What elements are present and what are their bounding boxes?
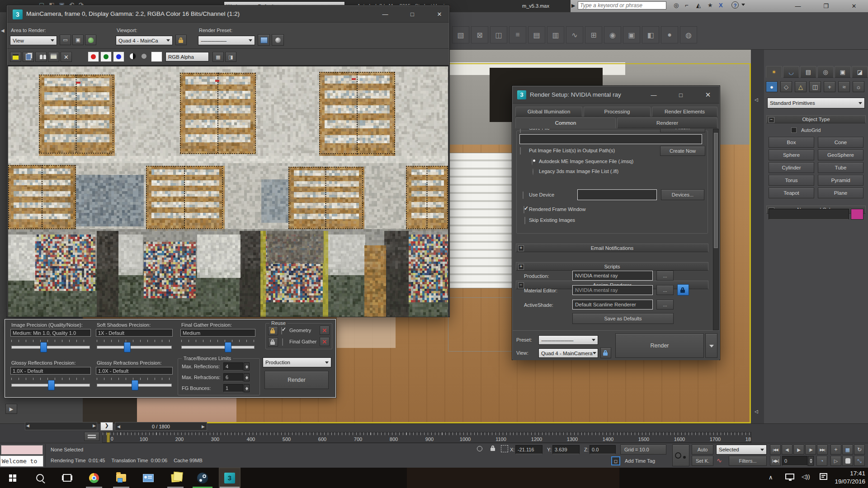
devices-button[interactable]: Devices... — [661, 189, 704, 200]
dialog-scrollbar[interactable] — [713, 129, 719, 330]
trace-row-field[interactable]: 1 — [223, 384, 243, 392]
open-mini-trackview-button[interactable] — [84, 432, 99, 441]
absolute-mode-icon[interactable] — [501, 445, 508, 452]
rfw-close-button[interactable]: ✕ — [434, 9, 445, 19]
area-to-render-dropdown[interactable]: View — [10, 36, 57, 45]
object-type-button-sphere[interactable]: Sphere — [769, 150, 814, 160]
go-to-end-button[interactable]: ▶▶| — [817, 445, 828, 455]
tab-render-elements[interactable]: Render Elements — [652, 107, 717, 117]
channel-display-dropdown[interactable]: RGB Alpha — [165, 52, 209, 61]
layer-display-button[interactable]: ▦ — [212, 52, 224, 62]
viewport-lock-button[interactable] — [175, 35, 187, 45]
auto-region-button[interactable]: ▣ — [72, 35, 84, 45]
object-type-button-geosphere[interactable]: GeoSphere — [818, 150, 863, 160]
start-button[interactable] — [2, 468, 24, 488]
mr-slider-value-field[interactable]: 1.0X - Default — [96, 367, 173, 375]
primitives-category-dropdown[interactable]: Standard Primitives — [767, 98, 865, 108]
task-view-button[interactable] — [56, 468, 78, 488]
mr-slider-value-field[interactable]: Medium — [180, 329, 255, 337]
next-frame-icon[interactable]: ▶ — [200, 424, 207, 429]
taskbar-clock[interactable]: 17:41 19/07/2016 — [833, 469, 865, 486]
playhead[interactable] — [107, 432, 110, 443]
create-shapes-icon[interactable]: ◇ — [780, 81, 792, 92]
material-browse-button[interactable]: ... — [656, 285, 674, 295]
put-image-checkbox[interactable] — [520, 147, 521, 155]
slider-track[interactable] — [97, 346, 172, 349]
create-helpers-icon[interactable]: + — [824, 81, 835, 92]
scroll-left-icon[interactable]: ◀ — [26, 423, 29, 428]
isolate-selection-toggle[interactable]: ◻ — [611, 456, 620, 465]
preset-dropdown[interactable]: ------------------------- — [538, 335, 598, 345]
exchange-apps-icon[interactable]: X — [719, 2, 723, 9]
current-frame-field[interactable]: 0 — [782, 456, 807, 466]
slider-track[interactable] — [181, 346, 255, 349]
viewport-dropdown[interactable]: Quad 4 - MainCa — [116, 36, 173, 45]
rendered-image[interactable] — [8, 66, 448, 317]
create-now-button[interactable]: Create Now — [660, 146, 705, 156]
previous-frame-icon[interactable]: ◀ — [115, 424, 122, 429]
tab-renderer[interactable]: Renderer — [617, 117, 717, 128]
mr-slider-value-field[interactable]: 1.0X - Default — [10, 367, 91, 375]
slider-handle[interactable] — [124, 342, 131, 352]
maxscript-mini-listener-white[interactable]: Welcome to — [0, 455, 43, 467]
rfw-maximize-button[interactable]: □ — [406, 9, 418, 19]
save-image-button[interactable] — [10, 52, 21, 62]
favorites-star-icon[interactable]: ★ — [708, 2, 713, 9]
selection-filter-dropdown[interactable]: Selected — [716, 445, 767, 455]
reuse-fg-lock-button[interactable] — [268, 338, 278, 347]
action-center-icon[interactable] — [820, 473, 827, 480]
create-cameras-icon[interactable]: ◫ — [809, 81, 821, 92]
trace-row-spinner[interactable] — [244, 373, 250, 381]
subscription-key-icon[interactable]: ⌐ — [685, 2, 689, 9]
keyboard-shortcut-toggle[interactable]: ▦ — [842, 445, 853, 455]
object-type-button-torus[interactable]: Torus — [769, 175, 814, 186]
split-compare-button[interactable]: ◨ — [225, 52, 236, 62]
render-setup-button[interactable] — [258, 34, 270, 46]
scrollbar-thumb[interactable] — [714, 133, 718, 248]
expand-icon[interactable]: + — [518, 264, 524, 270]
activeshade-browse-button[interactable]: ... — [656, 300, 674, 310]
key-mode-toggle[interactable]: |◀▶| — [770, 456, 781, 466]
print-image-button[interactable] — [48, 52, 59, 62]
object-type-button-box[interactable]: Box — [769, 137, 814, 148]
tray-chevron-icon[interactable]: ∧ — [769, 474, 773, 481]
clear-geometry-button[interactable]: ✕ — [320, 326, 330, 335]
tab-utilities[interactable]: ◪ — [852, 66, 868, 78]
mr-render-button[interactable]: Render — [264, 371, 329, 389]
tab-common[interactable]: Common — [515, 117, 616, 128]
object-type-rollout[interactable]: − Object Type — [766, 115, 866, 123]
render-preset-dropdown[interactable]: -------------------- — [198, 36, 255, 45]
trace-row-spinner[interactable] — [244, 362, 250, 371]
dialog-titlebar[interactable]: 3 Render Setup: NVIDIA mental ray — □ ✕ — [513, 86, 719, 103]
align-icon[interactable]: ≡ — [509, 26, 526, 43]
window-minimize-button[interactable]: — — [791, 1, 805, 11]
create-geometry-icon[interactable]: ● — [766, 81, 778, 92]
slider-track[interactable] — [11, 346, 90, 349]
select-and-link-icon[interactable]: ▧ — [452, 26, 469, 43]
set-key-filters-icon[interactable]: ∿ — [717, 457, 722, 464]
email-notifications-rollout[interactable]: +Email Notifications — [516, 244, 708, 252]
viewport-ghost-button[interactable] — [85, 35, 96, 45]
material-editor-icon[interactable]: ◉ — [604, 26, 621, 43]
render-production-icon[interactable]: ● — [661, 26, 678, 43]
clone-window-button[interactable] — [35, 52, 47, 62]
mirror-icon[interactable]: ◫ — [490, 26, 507, 43]
tray-display-icon[interactable] — [785, 474, 794, 479]
rendered-frame-window-icon[interactable]: ◧ — [642, 26, 659, 43]
object-name-field[interactable] — [769, 209, 849, 220]
slider-handle[interactable] — [225, 342, 231, 352]
selection-lock-icon[interactable] — [491, 446, 496, 451]
dialog-close-button[interactable]: ✕ — [703, 90, 713, 100]
reuse-geometry-checkbox[interactable] — [281, 327, 282, 334]
object-type-button-tube[interactable]: Tube — [818, 162, 863, 173]
help-icon[interactable]: ? — [731, 1, 739, 9]
scripts-rollout[interactable]: +Scripts — [516, 262, 708, 271]
environment-button[interactable] — [272, 34, 284, 46]
clear-image-button[interactable]: ✕ — [61, 52, 72, 62]
unlink-selection-icon[interactable]: ⊠ — [471, 26, 488, 43]
ribbon-toggle-icon[interactable]: ▥ — [547, 26, 564, 43]
tab-modify[interactable]: ◡ — [783, 66, 799, 78]
track-bar-ruler[interactable]: 0 10020030040050060070080090010001100120… — [102, 432, 751, 443]
time-configuration-button[interactable]: ◔ — [816, 456, 827, 466]
mr-slider-value-field[interactable]: Medium: Min 1.0, Quality 1.0 — [10, 329, 91, 337]
